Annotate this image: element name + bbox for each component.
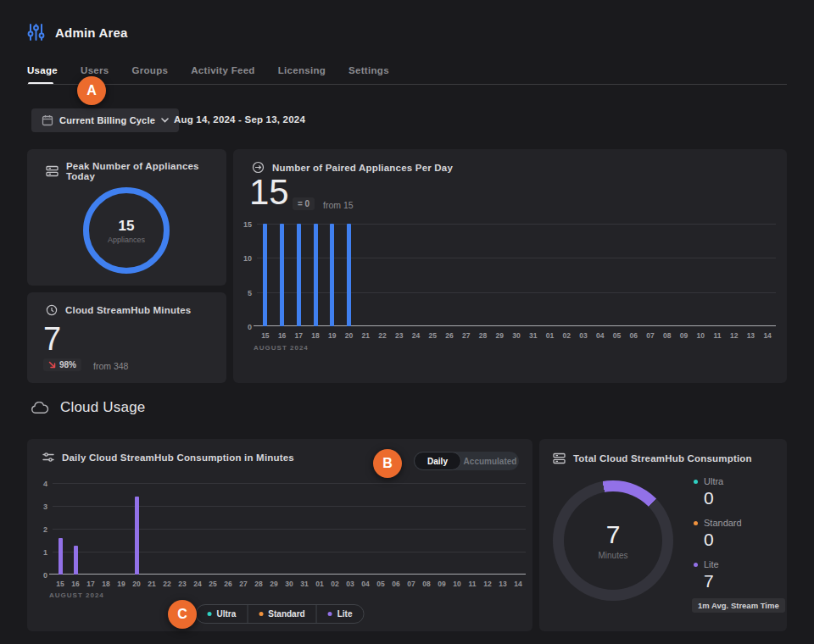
tab-activity-feed[interactable]: Activity Feed (191, 65, 254, 75)
peak-card-title: Peak Number of Appliances Today (66, 161, 226, 181)
daily-card-title: Daily Cloud StreamHub Consumption in Min… (62, 452, 294, 463)
minutes-value: 7 (43, 323, 61, 355)
consumption-donut-chart: 7 Minutes (553, 480, 673, 601)
minutes-delta-from: from 348 (93, 361, 128, 371)
tab-licensing[interactable]: Licensing (278, 65, 326, 75)
bar-20 (347, 224, 351, 326)
lite-dot-icon (694, 563, 698, 567)
billing-cycle-label: Current Billing Cycle (59, 115, 155, 125)
tab-usage[interactable]: Usage (27, 65, 58, 75)
annotation-marker-c[interactable]: C (168, 600, 197, 629)
sliders-logo-icon (27, 23, 45, 42)
tier-legend: Ultra Standard Lite (196, 604, 365, 624)
chevron-down-icon (161, 118, 169, 123)
minutes-card-title: Cloud StreamHub Minutes (65, 305, 191, 315)
toggle-option-accumulated[interactable]: Accumulated (461, 457, 519, 466)
ring-unit: Appliances (108, 236, 145, 244)
cloud-usage-section-header: Cloud Usage (31, 399, 145, 416)
total-legend-standard: Standard 0 (694, 518, 742, 548)
paired-month-label: AUGUST 2024 (254, 344, 309, 352)
appliance-stack-icon (553, 452, 566, 464)
bar-19 (330, 224, 334, 326)
ultra-dot-icon (208, 612, 212, 616)
arrow-down-right-icon (48, 361, 56, 369)
billing-cycle-dropdown[interactable]: Current Billing Cycle (31, 108, 179, 132)
standard-dot-icon (694, 521, 698, 525)
appliance-stack-icon (46, 165, 59, 177)
minutes-delta-pct: 98% (59, 360, 76, 369)
bar-15 (59, 538, 63, 575)
lite-dot-icon (328, 612, 332, 616)
calendar-icon (42, 114, 53, 126)
date-range-text: Aug 14, 2024 - Sep 13, 2024 (174, 114, 305, 125)
admin-area-page: Admin Area Usage Users Groups Activity F… (0, 0, 814, 644)
bar-18 (314, 224, 318, 326)
paired-delta-badge: = 0 (293, 197, 315, 210)
app-header: Admin Area (27, 23, 128, 42)
bar-17 (297, 224, 301, 326)
bar-16 (74, 546, 78, 575)
legend-item-lite[interactable]: Lite (316, 605, 364, 623)
daily-bar-chart: 0123415161718192021222324252627282930310… (53, 483, 526, 575)
avg-stream-time-badge: 1m Avg. Stream Time (692, 598, 785, 613)
total-card-title: Total Cloud StreamHub Consumption (573, 453, 752, 464)
paired-appliances-card: Number of Paired Appliances Per Day 15 =… (233, 149, 787, 383)
streamhub-minutes-card: Cloud StreamHub Minutes 7 98% from 348 (27, 292, 226, 383)
daily-consumption-card: Daily Cloud StreamHub Consumption in Min… (27, 439, 532, 631)
annotation-marker-b[interactable]: B (373, 449, 402, 478)
total-legend: Ultra 0 Standard 0 Lite 7 (694, 476, 742, 601)
tab-bar: Usage Users Groups Activity Feed Licensi… (27, 65, 389, 75)
daily-month-label: AUGUST 2024 (49, 591, 104, 599)
bar-16 (280, 224, 284, 326)
cloud-icon (31, 402, 49, 414)
bar-15 (263, 224, 267, 326)
section-title: Cloud Usage (60, 399, 145, 416)
annotation-marker-a[interactable]: A (77, 76, 106, 105)
paired-big-value: 15 (249, 175, 289, 210)
peak-appliances-card: Peak Number of Appliances Today 15 Appli… (27, 149, 226, 286)
ultra-dot-icon (694, 480, 698, 484)
legend-item-ultra[interactable]: Ultra (197, 605, 248, 623)
page-title: Admin Area (55, 25, 128, 40)
tab-divider (27, 84, 787, 85)
mixer-sliders-icon (42, 452, 54, 463)
donut-center-value: 7 (606, 522, 621, 547)
minutes-delta-badge: 98% (43, 358, 81, 371)
paired-delta-from: from 15 (323, 200, 354, 210)
total-consumption-card: Total Cloud StreamHub Consumption 7 Minu… (539, 439, 787, 631)
donut-center-unit: Minutes (598, 551, 627, 560)
paired-bar-chart: 0510151516171819202122232425262728293031… (257, 224, 776, 326)
daily-accumulated-toggle[interactable]: Daily Accumulated (414, 452, 519, 470)
total-legend-lite: Lite 7 (694, 559, 742, 590)
toggle-option-daily[interactable]: Daily (414, 452, 461, 470)
ring-value: 15 (119, 218, 135, 235)
bar-20 (135, 497, 139, 575)
appliances-ring-gauge: 15 Appliances (83, 187, 170, 274)
tab-settings[interactable]: Settings (348, 65, 389, 75)
total-legend-ultra: Ultra 0 (694, 476, 742, 507)
tab-groups[interactable]: Groups (132, 65, 169, 75)
tab-users[interactable]: Users (81, 65, 109, 75)
paired-card-title: Number of Paired Appliances Per Day (272, 163, 453, 173)
clock-icon (46, 304, 58, 316)
standard-dot-icon (259, 612, 263, 616)
legend-item-standard[interactable]: Standard (247, 605, 315, 623)
